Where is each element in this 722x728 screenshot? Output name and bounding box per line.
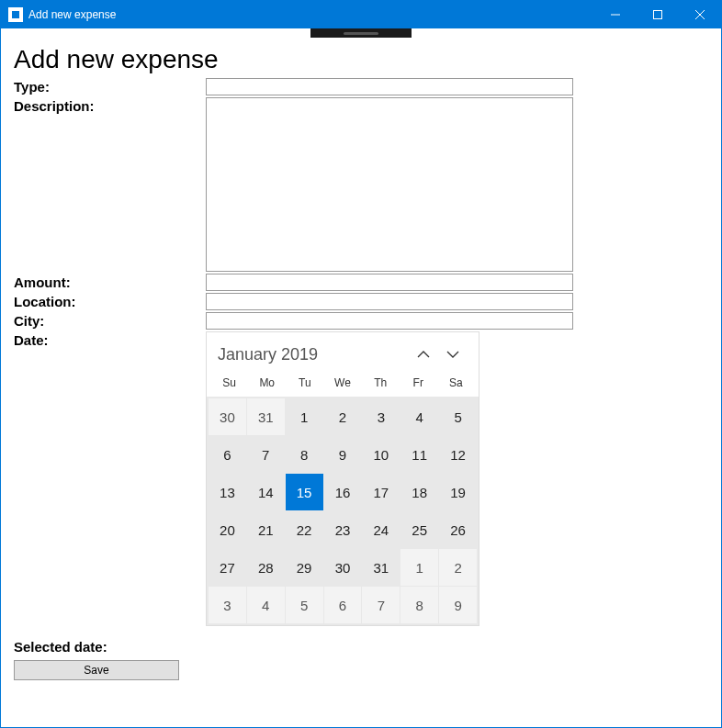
calendar-prev-button[interactable]	[409, 342, 438, 367]
calendar-dow: Su	[210, 375, 248, 391]
calendar-header: January 2019	[207, 332, 479, 375]
calendar-dow: Th	[362, 375, 400, 391]
calendar-day[interactable]: 5	[286, 587, 323, 623]
calendar-day[interactable]: 30	[209, 398, 246, 435]
description-label: Description:	[14, 97, 202, 115]
chevron-down-icon	[446, 350, 459, 359]
calendar-day[interactable]: 19	[439, 474, 477, 510]
calendar-day[interactable]: 26	[439, 511, 477, 548]
calendar-dow: Mo	[248, 375, 286, 391]
close-icon	[695, 10, 705, 19]
calendar-dow-row: SuMoTuWeThFrSa	[207, 375, 479, 397]
selected-date-label: Selected date:	[14, 639, 708, 655]
calendar-day[interactable]: 1	[400, 549, 438, 586]
amount-label: Amount:	[14, 274, 202, 291]
calendar-day[interactable]: 30	[324, 549, 362, 586]
calendar-day[interactable]: 21	[247, 511, 285, 548]
calendar-day[interactable]: 10	[362, 436, 400, 473]
calendar-day[interactable]: 7	[362, 587, 400, 623]
calendar-day[interactable]: 3	[209, 587, 246, 623]
calendar-day[interactable]: 8	[400, 587, 438, 623]
amount-input[interactable]	[206, 274, 573, 291]
calendar-day[interactable]: 12	[439, 436, 477, 473]
calendar-dow: Tu	[286, 375, 323, 391]
location-label: Location:	[14, 293, 202, 310]
calendar-next-button[interactable]	[438, 342, 468, 367]
svg-rect-1	[654, 11, 662, 19]
calendar-day[interactable]: 1	[286, 398, 323, 435]
maximize-icon	[653, 10, 662, 19]
calendar-day[interactable]: 3	[362, 398, 400, 435]
description-input[interactable]	[206, 97, 573, 272]
save-button[interactable]: Save	[14, 660, 179, 680]
calendar-dow: Sa	[437, 375, 475, 391]
calendar-day[interactable]: 29	[286, 549, 323, 586]
calendar-day[interactable]: 2	[439, 549, 477, 586]
calendar-day[interactable]: 2	[324, 398, 362, 435]
calendar-dow: We	[323, 375, 361, 391]
calendar-day[interactable]: 13	[209, 474, 246, 510]
calendar-dow: Fr	[400, 375, 437, 391]
minimize-button[interactable]	[594, 1, 637, 28]
location-input[interactable]	[206, 293, 573, 310]
calendar-day[interactable]: 4	[400, 398, 438, 435]
close-button[interactable]	[679, 1, 721, 28]
calendar-day[interactable]: 31	[247, 398, 285, 435]
calendar-day[interactable]: 23	[324, 511, 362, 548]
city-label: City:	[14, 312, 202, 330]
calendar-day[interactable]: 7	[247, 436, 285, 473]
app-icon	[8, 7, 23, 22]
calendar-day[interactable]: 18	[400, 474, 438, 510]
calendar-day[interactable]: 24	[362, 511, 400, 548]
content-area: Add new expense Type: Description: Amoun…	[1, 38, 721, 689]
calendar-day[interactable]: 8	[286, 436, 323, 473]
calendar-day[interactable]: 14	[247, 474, 285, 510]
calendar-day[interactable]: 11	[400, 436, 438, 473]
xaml-handle	[310, 28, 412, 38]
calendar-day[interactable]: 22	[286, 511, 323, 548]
xaml-handle-wrap	[1, 28, 721, 38]
calendar-day[interactable]: 27	[209, 549, 246, 586]
calendar-day[interactable]: 6	[324, 587, 362, 623]
form-grid: Type: Description: Amount: Location: Cit…	[14, 78, 708, 626]
chevron-up-icon	[417, 350, 430, 359]
maximize-button[interactable]	[637, 1, 679, 28]
calendar-day[interactable]: 5	[439, 398, 477, 435]
calendar-day[interactable]: 17	[362, 474, 400, 510]
calendar-day[interactable]: 15	[286, 474, 323, 510]
calendar-day[interactable]: 20	[209, 511, 246, 548]
window-title: Add new expense	[28, 8, 116, 21]
page-title: Add new expense	[14, 45, 708, 74]
calendar-day[interactable]: 9	[439, 587, 477, 623]
type-label: Type:	[14, 78, 202, 95]
city-input[interactable]	[206, 312, 573, 330]
date-label: Date:	[14, 331, 202, 349]
calendar-day[interactable]: 16	[324, 474, 362, 510]
calendar-day[interactable]: 25	[400, 511, 438, 548]
calendar-month-title[interactable]: January 2019	[218, 345, 409, 364]
type-input[interactable]	[206, 78, 573, 95]
calendar-day[interactable]: 9	[324, 436, 362, 473]
calendar-day[interactable]: 31	[362, 549, 400, 586]
grip-icon	[344, 32, 378, 35]
calendar-day[interactable]: 28	[247, 549, 285, 586]
calendar-day[interactable]: 6	[209, 436, 246, 473]
minimize-icon	[611, 10, 620, 19]
calendar-grid: 3031123456789101112131415161718192021222…	[207, 397, 479, 625]
calendar: January 2019 SuMoTuWeThFrSa 303112345678…	[206, 331, 479, 626]
calendar-day[interactable]: 4	[247, 587, 285, 623]
title-bar: Add new expense	[1, 1, 721, 28]
